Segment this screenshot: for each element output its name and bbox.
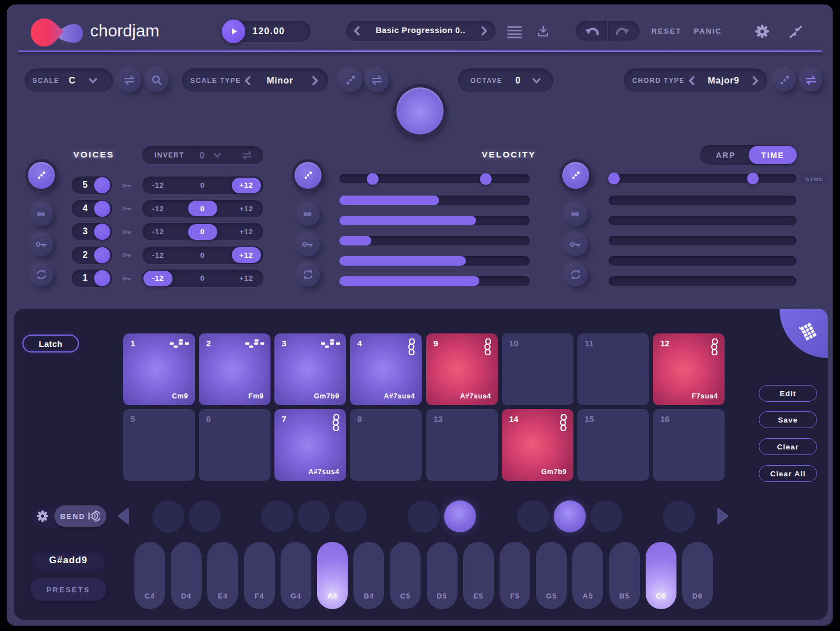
transpose-option[interactable]: -12	[141, 247, 175, 264]
pad-8[interactable]: 8	[350, 409, 422, 481]
range-handle-low[interactable]	[608, 173, 620, 184]
transpose-option[interactable]: -12	[141, 270, 175, 287]
download-icon[interactable]	[535, 24, 551, 39]
transpose-option[interactable]: 0	[186, 270, 220, 287]
transpose-option[interactable]: -12	[141, 177, 175, 194]
voice-row-toggle[interactable]: 2	[72, 247, 112, 264]
white-key-E5[interactable]: E5	[463, 542, 494, 609]
velocity-bar[interactable]	[339, 256, 530, 266]
preset-name[interactable]: Basic Progression 0..	[370, 26, 472, 35]
time-dice-button[interactable]	[559, 159, 592, 192]
pad-4[interactable]: 4A#7sus4	[350, 333, 422, 405]
pad-clear-all-button[interactable]: Clear All	[759, 465, 817, 482]
transpose-option[interactable]: +12	[230, 200, 263, 217]
shrink-icon[interactable]	[788, 24, 803, 39]
preset-next-button[interactable]	[477, 24, 491, 38]
voice-transpose-selector[interactable]: -120+12	[142, 247, 263, 264]
time-tab[interactable]: TIME	[749, 146, 797, 164]
black-key-Fs4[interactable]	[262, 500, 293, 532]
velocity-refresh-button[interactable]	[297, 263, 320, 286]
voice-row-toggle[interactable]: 3	[72, 223, 112, 240]
velocity-bar[interactable]	[339, 276, 530, 286]
black-key-Fs5[interactable]	[517, 500, 549, 532]
voice-transpose-selector[interactable]: -120+12	[142, 223, 263, 240]
pad-13[interactable]: 13	[426, 409, 498, 481]
time-range-slider[interactable]	[609, 174, 796, 183]
velocity-bar[interactable]	[339, 196, 530, 205]
transpose-option[interactable]: +12	[230, 223, 263, 240]
black-key-Cs4[interactable]	[152, 500, 184, 532]
pad-9[interactable]: 9A#7sus4	[426, 333, 498, 405]
time-bar[interactable]	[609, 276, 796, 286]
white-key-G4[interactable]: G4	[281, 542, 311, 609]
bend-toggle[interactable]: BEND	[54, 505, 106, 527]
velocity-dice-button[interactable]	[292, 159, 324, 192]
black-key-As5[interactable]	[590, 500, 622, 532]
octave-selector[interactable]: OCTAVE 0	[458, 68, 553, 92]
voice-row-toggle[interactable]: 5	[72, 177, 112, 194]
white-key-B5[interactable]: B5	[609, 542, 640, 609]
keyboard-prev-button[interactable]	[115, 506, 131, 526]
pad-12[interactable]: 12F7sus4	[653, 333, 725, 405]
time-infinity-button[interactable]	[564, 203, 587, 226]
scale-selector[interactable]: SCALE C	[25, 68, 113, 92]
chevron-right-icon[interactable]	[309, 75, 320, 86]
arp-tab[interactable]: ARP	[700, 145, 752, 165]
voices-dice-button[interactable]	[25, 159, 58, 192]
white-key-A5[interactable]: A5	[572, 542, 603, 609]
black-key-Ds4[interactable]	[189, 500, 221, 532]
pad-2[interactable]: 2Fm9	[199, 333, 270, 405]
preset-prev-button[interactable]	[351, 24, 364, 38]
keyboard-next-button[interactable]	[715, 506, 731, 526]
black-key-Gs5[interactable]	[554, 500, 586, 532]
pad-10[interactable]: 10	[502, 333, 573, 405]
voice-transpose-selector[interactable]: -120+12	[142, 270, 263, 287]
voices-refresh-button[interactable]	[30, 263, 53, 286]
time-bar[interactable]	[609, 196, 796, 205]
time-refresh-button[interactable]	[564, 263, 587, 286]
panic-button[interactable]: PANIC	[685, 27, 730, 35]
pad-6[interactable]: 6	[199, 409, 270, 481]
scale-type-swap-button[interactable]	[365, 68, 389, 92]
scale-type-selector[interactable]: SCALE TYPE Minor	[182, 68, 328, 92]
transpose-option[interactable]: -12	[141, 223, 175, 240]
pad-edit-button[interactable]: Edit	[759, 385, 817, 402]
chevron-left-icon[interactable]	[242, 75, 254, 86]
pad-1[interactable]: 1Cm9	[123, 333, 195, 405]
menu-icon[interactable]	[507, 24, 522, 39]
transpose-option[interactable]: -12	[141, 200, 175, 217]
voices-key-button[interactable]	[30, 233, 53, 256]
transpose-option[interactable]: 0	[186, 247, 220, 264]
white-key-A4[interactable]: A4	[317, 542, 348, 609]
transpose-option[interactable]: +12	[230, 247, 263, 264]
range-handle-low[interactable]	[367, 173, 379, 185]
black-key-Gs4[interactable]	[298, 500, 330, 532]
scale-swap-button[interactable]	[118, 68, 141, 92]
white-key-D6[interactable]: D6	[682, 542, 713, 609]
tempo-value[interactable]: 120.00	[241, 26, 297, 36]
black-key-Cs6[interactable]	[663, 500, 695, 532]
black-key-Ds5[interactable]	[444, 500, 476, 532]
main-knob[interactable]	[393, 84, 447, 138]
transpose-option[interactable]: +12	[230, 177, 263, 194]
chord-type-dice-button[interactable]	[773, 69, 796, 91]
range-handle-high[interactable]	[480, 173, 492, 185]
sync-badge[interactable]: SYNC	[800, 174, 829, 184]
pad-16[interactable]: 16	[653, 409, 725, 481]
pad-14[interactable]: 14Gm7b9	[502, 409, 573, 481]
white-key-F4[interactable]: F4	[244, 542, 275, 609]
voice-on-toggle[interactable]	[94, 201, 110, 217]
arp-time-toggle[interactable]: ARP TIME	[700, 145, 797, 165]
time-bar[interactable]	[609, 236, 796, 245]
white-key-E4[interactable]: E4	[207, 542, 238, 609]
white-key-C6[interactable]: C6	[646, 542, 676, 609]
voice-on-toggle[interactable]	[94, 177, 110, 193]
voice-row-toggle[interactable]: 1	[72, 270, 112, 287]
chevron-right-icon[interactable]	[749, 75, 760, 86]
velocity-range-slider[interactable]	[339, 174, 530, 183]
pad-3[interactable]: 3Gm7b9	[274, 333, 346, 405]
transpose-option[interactable]: 0	[186, 223, 220, 240]
pad-save-button[interactable]: Save	[759, 411, 817, 428]
invert-control[interactable]: INVERT 0	[142, 146, 263, 164]
white-key-D4[interactable]: D4	[171, 542, 202, 609]
